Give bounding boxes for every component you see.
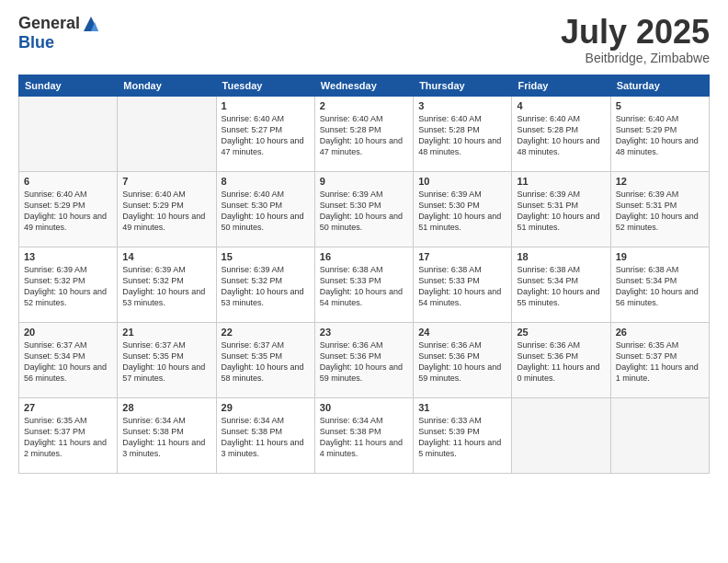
calendar-header-row: SundayMondayTuesdayWednesdayThursdayFrid… [19,75,710,96]
page: General Blue July 2025 Beitbridge, Zimba… [0,0,728,563]
day-info: Sunrise: 6:35 AM Sunset: 5:37 PM Dayligh… [24,415,112,460]
day-number: 13 [24,251,112,262]
calendar-cell: 16Sunrise: 6:38 AM Sunset: 5:33 PM Dayli… [314,247,413,322]
calendar-week-3: 20Sunrise: 6:37 AM Sunset: 5:34 PM Dayli… [19,322,710,397]
calendar-cell: 7Sunrise: 6:40 AM Sunset: 5:29 PM Daylig… [118,171,216,247]
calendar-cell: 26Sunrise: 6:35 AM Sunset: 5:37 PM Dayli… [610,322,709,397]
calendar-cell: 27Sunrise: 6:35 AM Sunset: 5:37 PM Dayli… [19,397,118,473]
day-number: 7 [122,176,210,187]
calendar-cell: 6Sunrise: 6:40 AM Sunset: 5:29 PM Daylig… [19,171,118,247]
day-number: 12 [616,176,704,187]
calendar-cell: 10Sunrise: 6:39 AM Sunset: 5:30 PM Dayli… [414,171,512,247]
day-info: Sunrise: 6:40 AM Sunset: 5:27 PM Dayligh… [222,113,310,158]
calendar-header-thursday: Thursday [414,75,512,96]
day-number: 5 [616,100,704,111]
calendar-cell: 1Sunrise: 6:40 AM Sunset: 5:27 PM Daylig… [216,96,314,171]
calendar-cell: 22Sunrise: 6:37 AM Sunset: 5:35 PM Dayli… [216,322,314,397]
day-info: Sunrise: 6:39 AM Sunset: 5:31 PM Dayligh… [616,189,704,234]
calendar-cell: 12Sunrise: 6:39 AM Sunset: 5:31 PM Dayli… [610,171,709,247]
calendar-cell: 14Sunrise: 6:39 AM Sunset: 5:32 PM Dayli… [118,247,216,322]
day-info: Sunrise: 6:40 AM Sunset: 5:28 PM Dayligh… [320,113,408,158]
day-info: Sunrise: 6:35 AM Sunset: 5:37 PM Dayligh… [616,339,704,385]
day-info: Sunrise: 6:39 AM Sunset: 5:30 PM Dayligh… [320,189,408,234]
day-number: 17 [418,251,506,262]
calendar-header-wednesday: Wednesday [314,75,413,96]
calendar-cell: 13Sunrise: 6:39 AM Sunset: 5:32 PM Dayli… [19,247,118,322]
day-info: Sunrise: 6:40 AM Sunset: 5:28 PM Dayligh… [517,113,605,158]
calendar-cell: 20Sunrise: 6:37 AM Sunset: 5:34 PM Dayli… [19,322,118,397]
day-number: 28 [122,402,210,413]
calendar-cell: 15Sunrise: 6:39 AM Sunset: 5:32 PM Dayli… [216,247,314,322]
calendar-cell: 9Sunrise: 6:39 AM Sunset: 5:30 PM Daylig… [314,171,413,247]
day-info: Sunrise: 6:40 AM Sunset: 5:29 PM Dayligh… [616,113,704,158]
calendar-cell: 29Sunrise: 6:34 AM Sunset: 5:38 PM Dayli… [216,397,314,473]
day-number: 18 [517,251,605,262]
calendar-cell [19,96,118,171]
calendar-cell: 17Sunrise: 6:38 AM Sunset: 5:33 PM Dayli… [414,247,512,322]
day-number: 31 [418,402,506,413]
day-number: 1 [222,100,310,111]
calendar-cell: 28Sunrise: 6:34 AM Sunset: 5:38 PM Dayli… [118,397,216,473]
day-number: 24 [418,327,506,338]
day-number: 11 [517,176,605,187]
day-info: Sunrise: 6:36 AM Sunset: 5:36 PM Dayligh… [418,339,506,385]
day-info: Sunrise: 6:40 AM Sunset: 5:30 PM Dayligh… [222,189,310,234]
day-number: 16 [320,251,408,262]
calendar-cell: 23Sunrise: 6:36 AM Sunset: 5:36 PM Dayli… [314,322,413,397]
day-info: Sunrise: 6:34 AM Sunset: 5:38 PM Dayligh… [222,415,310,460]
calendar-cell: 25Sunrise: 6:36 AM Sunset: 5:36 PM Dayli… [512,322,610,397]
day-number: 26 [616,327,704,338]
calendar-cell: 19Sunrise: 6:38 AM Sunset: 5:34 PM Dayli… [610,247,709,322]
calendar-week-2: 13Sunrise: 6:39 AM Sunset: 5:32 PM Dayli… [19,247,710,322]
day-info: Sunrise: 6:34 AM Sunset: 5:38 PM Dayligh… [320,415,408,460]
day-number: 9 [320,176,408,187]
day-info: Sunrise: 6:38 AM Sunset: 5:33 PM Dayligh… [320,264,408,309]
day-number: 10 [418,176,506,187]
calendar-header-saturday: Saturday [610,75,709,96]
calendar-cell [512,397,610,473]
day-info: Sunrise: 6:40 AM Sunset: 5:29 PM Dayligh… [122,189,210,234]
day-number: 6 [24,176,112,187]
day-number: 8 [222,176,310,187]
day-info: Sunrise: 6:39 AM Sunset: 5:30 PM Dayligh… [418,189,506,234]
month-title: July 2025 [561,14,710,51]
logo-icon [82,15,100,33]
title-section: July 2025 Beitbridge, Zimbabwe [561,14,710,65]
day-info: Sunrise: 6:38 AM Sunset: 5:34 PM Dayligh… [616,264,704,309]
day-info: Sunrise: 6:36 AM Sunset: 5:36 PM Dayligh… [320,339,408,385]
calendar-cell: 30Sunrise: 6:34 AM Sunset: 5:38 PM Dayli… [314,397,413,473]
day-info: Sunrise: 6:40 AM Sunset: 5:29 PM Dayligh… [24,189,112,234]
calendar-header-sunday: Sunday [19,75,118,96]
day-info: Sunrise: 6:39 AM Sunset: 5:32 PM Dayligh… [24,264,112,309]
day-info: Sunrise: 6:40 AM Sunset: 5:28 PM Dayligh… [418,113,506,158]
header: General Blue July 2025 Beitbridge, Zimba… [18,14,710,65]
day-number: 29 [222,402,310,413]
calendar-week-4: 27Sunrise: 6:35 AM Sunset: 5:37 PM Dayli… [19,397,710,473]
day-number: 15 [222,251,310,262]
day-info: Sunrise: 6:34 AM Sunset: 5:38 PM Dayligh… [122,415,210,460]
logo-general-text: General [18,14,80,33]
calendar-cell: 31Sunrise: 6:33 AM Sunset: 5:39 PM Dayli… [414,397,512,473]
day-info: Sunrise: 6:38 AM Sunset: 5:34 PM Dayligh… [517,264,605,309]
calendar-cell: 18Sunrise: 6:38 AM Sunset: 5:34 PM Dayli… [512,247,610,322]
day-number: 21 [122,327,210,338]
day-number: 23 [320,327,408,338]
calendar-cell: 8Sunrise: 6:40 AM Sunset: 5:30 PM Daylig… [216,171,314,247]
calendar-cell [610,397,709,473]
day-number: 22 [222,327,310,338]
day-number: 14 [122,251,210,262]
calendar: SundayMondayTuesdayWednesdayThursdayFrid… [18,75,710,474]
calendar-cell: 5Sunrise: 6:40 AM Sunset: 5:29 PM Daylig… [610,96,709,171]
calendar-cell: 3Sunrise: 6:40 AM Sunset: 5:28 PM Daylig… [414,96,512,171]
calendar-cell: 24Sunrise: 6:36 AM Sunset: 5:36 PM Dayli… [414,322,512,397]
calendar-header-monday: Monday [118,75,216,96]
calendar-cell [118,96,216,171]
calendar-cell: 2Sunrise: 6:40 AM Sunset: 5:28 PM Daylig… [314,96,413,171]
calendar-week-1: 6Sunrise: 6:40 AM Sunset: 5:29 PM Daylig… [19,171,710,247]
calendar-cell: 4Sunrise: 6:40 AM Sunset: 5:28 PM Daylig… [512,96,610,171]
day-number: 25 [517,327,605,338]
location: Beitbridge, Zimbabwe [561,51,710,65]
day-info: Sunrise: 6:39 AM Sunset: 5:32 PM Dayligh… [222,264,310,309]
day-number: 3 [418,100,506,111]
day-info: Sunrise: 6:37 AM Sunset: 5:35 PM Dayligh… [122,339,210,385]
